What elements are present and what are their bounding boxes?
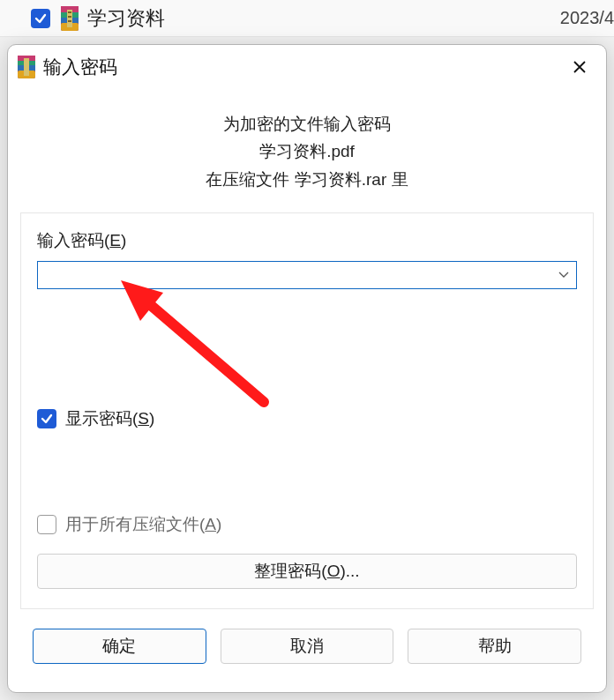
password-dropdown-button[interactable] xyxy=(550,262,576,288)
all-archives-label: 用于所有压缩文件(A) xyxy=(65,513,221,536)
password-combobox[interactable] xyxy=(37,261,577,289)
password-group: 输入密码(E) 显示密码(S) xyxy=(20,212,594,609)
prompt-line: 为加密的文件输入密码 xyxy=(20,110,594,138)
cancel-button[interactable]: 取消 xyxy=(221,629,394,664)
prompt-archive: 在压缩文件 学习资料.rar 里 xyxy=(20,166,594,193)
svg-rect-6 xyxy=(68,11,71,13)
dialog-footer: 确定 取消 帮助 xyxy=(20,609,594,664)
prompt-filename: 学习资料.pdf xyxy=(20,138,594,165)
password-input[interactable] xyxy=(38,262,550,288)
file-list-row: 学习资料 2023/4 xyxy=(0,0,614,37)
password-dialog: 输入密码 为加密的文件输入密码 学习资料.pdf 在压缩文件 学习资料.rar … xyxy=(7,44,607,693)
winrar-icon xyxy=(17,56,36,78)
dialog-title: 输入密码 xyxy=(43,55,117,79)
rar-archive-icon xyxy=(59,6,80,31)
show-password-checkbox[interactable] xyxy=(37,409,56,428)
show-password-label: 显示密码(S) xyxy=(65,407,154,430)
file-row-checkbox[interactable] xyxy=(31,9,50,28)
svg-rect-14 xyxy=(24,58,29,76)
ok-button[interactable]: 确定 xyxy=(33,629,206,664)
dialog-titlebar: 输入密码 xyxy=(8,45,606,89)
file-row-name: 学习资料 xyxy=(87,5,165,32)
show-password-checkbox-row[interactable]: 显示密码(S) xyxy=(37,407,577,430)
organize-passwords-button[interactable]: 整理密码(O)... xyxy=(37,554,577,589)
help-button[interactable]: 帮助 xyxy=(408,629,581,664)
svg-rect-8 xyxy=(68,20,71,22)
file-row-date: 2023/4 xyxy=(560,8,614,28)
dialog-prompt: 为加密的文件输入密码 学习资料.pdf 在压缩文件 学习资料.rar 里 xyxy=(20,89,594,212)
check-icon xyxy=(41,413,53,425)
all-archives-checkbox-row[interactable]: 用于所有压缩文件(A) xyxy=(37,513,577,536)
close-button[interactable] xyxy=(560,51,599,83)
all-archives-checkbox[interactable] xyxy=(37,515,56,534)
svg-rect-7 xyxy=(68,16,71,18)
close-icon xyxy=(572,59,588,75)
password-label: 输入密码(E) xyxy=(37,229,577,252)
chevron-down-icon xyxy=(558,271,570,279)
